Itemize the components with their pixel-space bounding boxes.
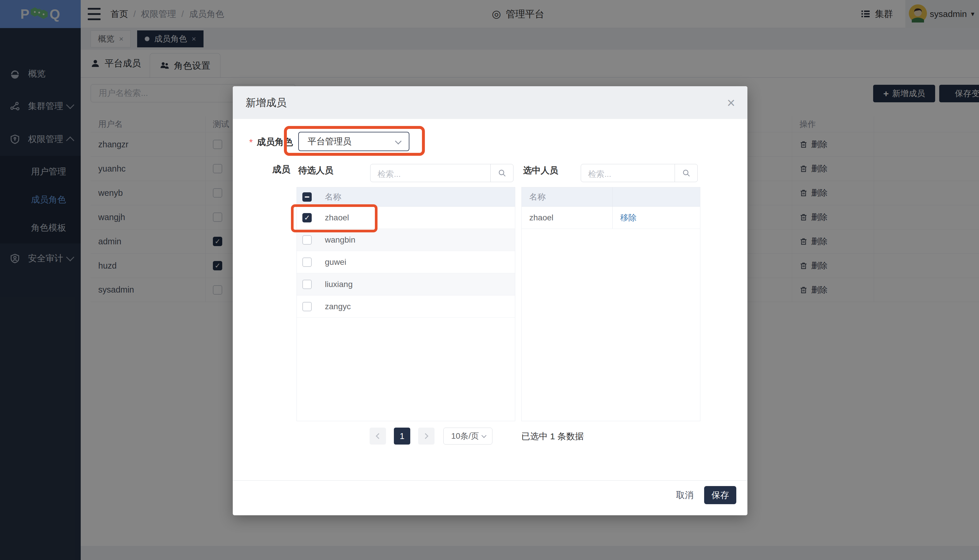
candidate-row: liuxiang <box>297 273 515 295</box>
search-icon <box>498 169 506 177</box>
candidates-table: 名称 ✓ zhaoel wangbin guwei liuxiang zangy… <box>297 187 515 421</box>
candidate-row: ✓ zhaoel <box>297 207 515 229</box>
required-asterisk: * <box>249 137 253 148</box>
member-label: 成员 <box>272 163 290 176</box>
remove-link[interactable]: 移除 <box>613 212 637 223</box>
chevron-down-icon <box>395 138 402 145</box>
app-page: P Q 首页 / 权限管理 / 成员角色 ◎ 管理平台 集群 sysadmin <box>0 0 979 560</box>
candidate-row: wangbin <box>297 229 515 251</box>
candidate-row: guwei <box>297 251 515 273</box>
member-role-select[interactable]: 平台管理员 <box>298 132 409 151</box>
page-size-select[interactable]: 10条/页 <box>443 428 492 445</box>
candidates-search-input[interactable]: 检索... <box>370 164 514 182</box>
close-icon[interactable]: × <box>722 94 740 112</box>
save-button[interactable]: 保存 <box>704 486 736 504</box>
candidate-checkbox[interactable] <box>302 257 312 267</box>
indeterminate-icon <box>305 197 309 198</box>
candidate-checkbox[interactable]: ✓ <box>302 213 312 222</box>
candidate-checkbox[interactable] <box>302 302 312 311</box>
candidate-row: zangyc <box>297 295 515 318</box>
search-icon <box>682 169 690 177</box>
cancel-button[interactable]: 取消 <box>671 486 699 504</box>
candidates-header: 名称 <box>297 187 515 207</box>
selected-count-info: 已选中 1 条数据 <box>521 430 584 443</box>
chevron-down-icon <box>482 433 487 438</box>
add-member-modal: 新增成员 × * 成员角色 平台管理员 成员 待选人员 选中人员 检索... 检… <box>233 86 747 515</box>
pagination-next-button[interactable] <box>418 428 435 445</box>
search-button[interactable] <box>490 164 513 182</box>
selected-header: 名称 <box>522 187 700 207</box>
candidate-checkbox[interactable] <box>302 235 312 245</box>
selected-title: 选中人员 <box>523 165 558 177</box>
chevron-left-icon <box>376 433 382 439</box>
candidate-checkbox[interactable] <box>302 280 312 289</box>
candidates-title: 待选人员 <box>298 165 334 177</box>
select-all-checkbox[interactable] <box>302 192 312 202</box>
selected-search-input[interactable]: 检索... <box>581 164 698 182</box>
search-button[interactable] <box>675 164 697 182</box>
modal-header: 新增成员 × <box>233 86 747 119</box>
selected-row: zhaoel 移除 <box>522 207 700 229</box>
pagination-prev-button[interactable] <box>370 428 386 445</box>
selected-table: 名称 zhaoel 移除 <box>521 187 700 421</box>
modal-title: 新增成员 <box>246 86 287 119</box>
check-icon: ✓ <box>304 214 310 221</box>
pagination-page-1[interactable]: 1 <box>394 428 410 445</box>
modal-footer-divider <box>233 480 747 481</box>
member-role-label: 成员角色 <box>257 136 293 148</box>
chevron-right-icon <box>422 433 429 439</box>
